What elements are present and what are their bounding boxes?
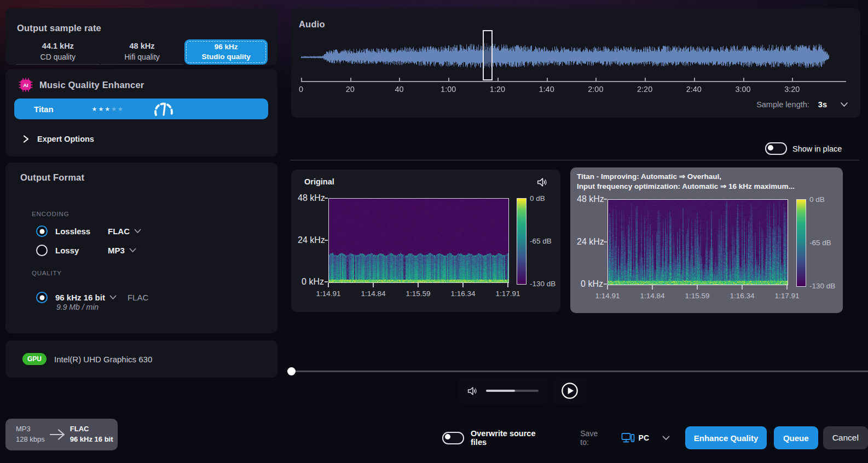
waveform[interactable] [301, 34, 846, 78]
lossy-radio-row[interactable]: Lossy MP3 [36, 245, 136, 256]
play-icon [560, 381, 579, 400]
time-axis-tick [697, 285, 698, 290]
time-axis-tick [328, 283, 329, 287]
titan-model-selector[interactable]: Titan ★★★★★ [14, 99, 268, 119]
quality-section-label: QUALITY [32, 270, 62, 276]
gpu-panel: GPU Intel(R) UHD Graphics 630 [5, 340, 277, 378]
playback-progress-knob[interactable] [287, 367, 296, 375]
star-icon: ★ [111, 106, 117, 113]
titan-title-line1: Titan - Improving: Automatic ⇒ Overhaul, [577, 172, 837, 182]
time-axis-label: 1:15.59 [685, 292, 709, 300]
lossy-radio[interactable] [36, 245, 48, 256]
conversion-source: MP3 128 kbps [16, 424, 45, 445]
save-to-label: Save to: [580, 429, 607, 447]
time-axis-tick [742, 285, 743, 290]
chevron-down-icon [109, 295, 117, 300]
original-spectrogram-plot [328, 198, 509, 283]
time-tick [694, 78, 695, 82]
time-tick-label: 2:40 [686, 85, 702, 94]
time-axis-label: 1:15.59 [406, 290, 430, 298]
time-axis-label: 1:14.91 [316, 290, 340, 298]
freq-axis-label: 0 kHz [577, 279, 603, 289]
speaker-icon[interactable] [536, 176, 548, 188]
time-tick [301, 78, 302, 82]
sample-rate-48-option[interactable]: 48 kHz Hifi quality [101, 39, 184, 65]
time-tick-label: 2:00 [588, 85, 603, 94]
playback-progress-bar[interactable] [287, 371, 868, 372]
volume-slider[interactable] [486, 390, 539, 392]
output-sample-rate-panel: Output sample rate 44.1 kHz CD quality 4… [5, 8, 277, 65]
audio-panel: Audio 020401:001:201:402:002:202:403:003… [291, 8, 860, 118]
time-axis-label: 1:16.34 [450, 290, 475, 298]
volume-control [459, 378, 547, 404]
sample-rate-options: 44.1 kHz CD quality 48 kHz Hifi quality … [16, 39, 268, 65]
app-window: Output sample rate 44.1 kHz CD quality 4… [0, 0, 868, 463]
colorbar-label: -130 dB [530, 280, 555, 288]
star-icon: ★ [98, 106, 103, 113]
lossless-label: Lossless [55, 227, 100, 236]
time-axis-label: 1:17.91 [495, 290, 520, 298]
save-destination-dropdown[interactable]: PC [621, 432, 670, 444]
cancel-button[interactable]: Cancel [823, 426, 868, 449]
star-icon: ★ [105, 106, 110, 113]
volume-slider-fill [486, 390, 515, 392]
sample-length-value: 3s [818, 100, 827, 109]
titan-spectrogram-plot [607, 199, 788, 285]
original-spectrogram-panel[interactable]: Original 48 kHz24 kHz0 kHz 1:14.911:14.8… [291, 170, 560, 312]
show-in-place-toggle[interactable] [765, 142, 787, 155]
sample-rate-44-label: CD quality [40, 52, 76, 62]
sample-rate-44-option[interactable]: 44.1 kHz CD quality [16, 39, 100, 65]
toggle-knob [445, 434, 450, 439]
target-quality: 96 kHz 16 bit [70, 435, 113, 445]
lossless-format-dropdown[interactable]: FLAC [108, 227, 141, 236]
waveform-sample-selection[interactable] [483, 30, 493, 80]
freq-axis-tick [604, 283, 607, 285]
time-tick [448, 78, 449, 82]
star-icon: ★ [118, 106, 123, 113]
time-axis-tick [607, 285, 608, 290]
original-spectrogram-canvas [329, 199, 508, 282]
pc-icon [621, 432, 635, 444]
freq-axis-label: 48 kHz [577, 194, 603, 204]
output-format-title: Output Format [20, 172, 84, 183]
chevron-down-icon [840, 102, 848, 107]
titan-spectrogram-panel[interactable]: Titan - Improving: Automatic ⇒ Overhaul,… [570, 167, 843, 313]
freq-axis-label: 24 kHz [298, 235, 324, 245]
sample-rate-44-value: 44.1 kHz [42, 41, 74, 52]
play-button[interactable] [553, 378, 587, 404]
quality-radio[interactable] [36, 292, 48, 303]
lossy-label: Lossy [55, 246, 100, 255]
colorbar-label: 0 dB [809, 195, 825, 204]
time-tick-label: 20 [346, 85, 355, 94]
colorbar-label: -65 dB [809, 239, 831, 247]
bitrate-estimate: 9.9 Mb / min [56, 303, 99, 311]
enhance-quality-button[interactable]: Enhance Quality [685, 426, 767, 449]
time-axis-tick [786, 285, 788, 290]
volume-icon[interactable] [467, 385, 478, 397]
time-tick-label: 3:00 [735, 85, 750, 94]
quality-radio-row[interactable]: 96 kHz 16 bit FLAC [36, 292, 148, 303]
expert-options-toggle[interactable]: Expert Options [22, 135, 94, 143]
time-tick [497, 78, 499, 82]
time-axis-tick [418, 283, 419, 287]
quality-dropdown[interactable]: 96 kHz 16 bit FLAC [55, 293, 148, 302]
lossless-radio[interactable] [36, 225, 48, 237]
time-axis-label: 1:16.34 [730, 292, 754, 300]
lossless-radio-row[interactable]: Lossless FLAC [36, 225, 141, 237]
gpu-name: Intel(R) UHD Graphics 630 [54, 355, 152, 364]
enhancer-title: Music Quality Enhancer [39, 80, 144, 90]
time-tick-label: 1:40 [539, 85, 554, 94]
sample-rate-96-option-selected[interactable]: 96 kHz Studio quality [184, 39, 268, 65]
overwrite-toggle[interactable] [442, 432, 464, 444]
lossy-format-dropdown[interactable]: MP3 [108, 246, 136, 255]
star-icon: ★ [92, 106, 97, 113]
time-tick-label: 2:20 [637, 85, 652, 94]
output-sample-rate-title: Output sample rate [17, 23, 101, 33]
colorbar-label: -65 dB [530, 237, 552, 245]
quality-value: 96 kHz 16 bit [55, 293, 105, 302]
time-tick-label: 1:20 [490, 85, 505, 94]
time-axis-label: 1:14.91 [595, 292, 620, 300]
sample-length-dropdown[interactable]: Sample length: 3s [756, 100, 848, 109]
queue-button[interactable]: Queue [774, 426, 818, 449]
time-tick [350, 78, 351, 82]
